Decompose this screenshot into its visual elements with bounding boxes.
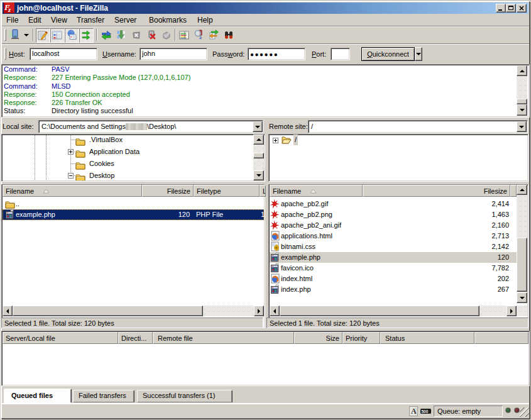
svg-text:500: 500 [422,409,429,414]
